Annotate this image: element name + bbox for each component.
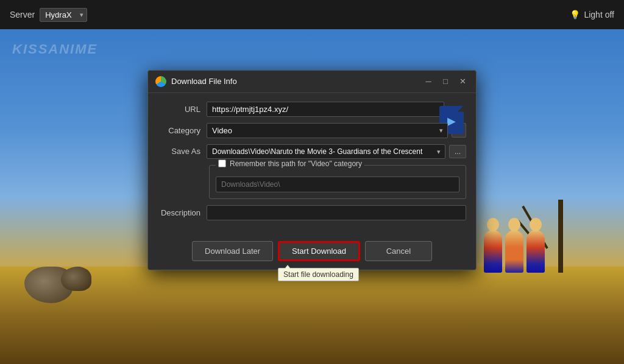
save-as-label: Save As [158, 147, 207, 156]
description-input[interactable] [207, 205, 466, 220]
remember-label[interactable]: Remember this path for "Video" category [230, 159, 362, 168]
description-label: Description [158, 208, 207, 217]
cancel-button[interactable]: Cancel [365, 241, 432, 261]
category-row: Category Video Audio Compressed Document… [158, 123, 466, 138]
category-select[interactable]: Video Audio Compressed Documents Program… [207, 123, 448, 138]
category-controls: Video Audio Compressed Documents Program… [207, 123, 466, 138]
dialog-title-left: Download File Info [155, 76, 237, 87]
save-as-row: Save As Downloads\Video\Naruto the Movie… [158, 144, 466, 159]
close-button[interactable]: ✕ [456, 75, 469, 88]
dialog-buttons: Download Later Start Download Start file… [148, 235, 476, 270]
dialog: Download File Info ─ □ ✕ ▶ URL [147, 70, 477, 270]
remember-checkbox-row: Remember this path for "Video" category [216, 159, 364, 168]
dialog-body: ▶ URL Category Video Audio Compressed [148, 93, 476, 235]
dialog-title: Download File Info [171, 77, 237, 86]
remember-checkbox[interactable] [218, 159, 226, 167]
save-as-controls: Downloads\Video\Naruto the Movie 3- Guar… [207, 144, 466, 159]
url-input[interactable] [207, 102, 444, 117]
start-download-wrapper: Start Download Start file downloading [278, 241, 360, 261]
category-label: Category [158, 126, 207, 135]
start-download-tooltip: Start file downloading [278, 268, 359, 281]
url-label: URL [158, 105, 207, 114]
save-as-select[interactable]: Downloads\Video\Naruto the Movie 3- Guar… [207, 144, 445, 159]
download-later-button[interactable]: Download Later [192, 241, 273, 261]
minimize-button[interactable]: ─ [422, 75, 434, 88]
browse-button[interactable]: ... [449, 145, 466, 158]
maximize-button[interactable]: □ [439, 75, 452, 88]
remember-path-input[interactable] [216, 177, 459, 192]
category-select-wrapper[interactable]: Video Audio Compressed Documents Program… [207, 123, 448, 138]
remember-section: Remember this path for "Video" category [209, 165, 466, 199]
download-manager-icon [155, 76, 166, 87]
play-icon: ▶ [447, 114, 456, 128]
url-row: URL [158, 102, 466, 117]
dialog-titlebar: Download File Info ─ □ ✕ [148, 71, 476, 93]
modal-overlay: Download File Info ─ □ ✕ ▶ URL [0, 0, 624, 364]
dialog-window-controls: ─ □ ✕ [422, 75, 469, 88]
start-download-button[interactable]: Start Download [278, 241, 360, 261]
save-as-input-wrapper[interactable]: Downloads\Video\Naruto the Movie 3- Guar… [207, 144, 445, 159]
description-row: Description [158, 205, 466, 220]
